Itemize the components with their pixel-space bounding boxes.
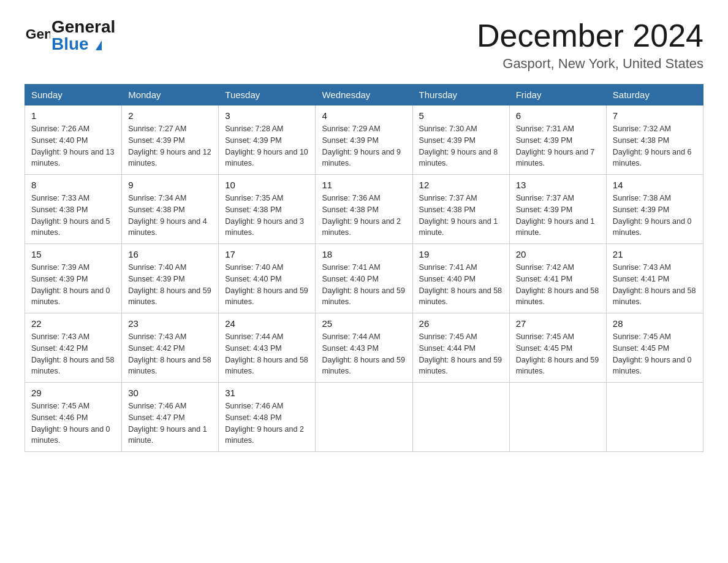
day-number: 18: [322, 249, 406, 259]
day-info: Sunrise: 7:46 AMSunset: 4:48 PMDaylight:…: [225, 402, 304, 445]
calendar-cell: 14 Sunrise: 7:38 AMSunset: 4:39 PMDaylig…: [606, 175, 703, 244]
day-number: 31: [225, 388, 309, 398]
calendar-cell: 13 Sunrise: 7:37 AMSunset: 4:39 PMDaylig…: [509, 175, 606, 244]
day-number: 28: [613, 318, 697, 329]
day-number: 12: [419, 180, 503, 190]
calendar-cell: 25 Sunrise: 7:44 AMSunset: 4:43 PMDaylig…: [316, 313, 412, 383]
day-info: Sunrise: 7:44 AMSunset: 4:43 PMDaylight:…: [322, 332, 405, 375]
day-number: 29: [31, 388, 115, 398]
calendar-cell: 30 Sunrise: 7:46 AMSunset: 4:47 PMDaylig…: [122, 383, 219, 452]
calendar-cell: 5 Sunrise: 7:30 AMSunset: 4:39 PMDayligh…: [412, 105, 509, 175]
day-info: Sunrise: 7:34 AMSunset: 4:38 PMDaylight:…: [128, 194, 207, 237]
day-number: 30: [128, 388, 212, 398]
calendar-cell: 24 Sunrise: 7:44 AMSunset: 4:43 PMDaylig…: [219, 313, 316, 383]
logo-general: General: [51, 18, 115, 36]
day-info: Sunrise: 7:42 AMSunset: 4:41 PMDaylight:…: [516, 263, 599, 306]
calendar-cell: [316, 383, 412, 452]
calendar-cell: 2 Sunrise: 7:27 AMSunset: 4:39 PMDayligh…: [122, 105, 219, 175]
calendar-cell: 4 Sunrise: 7:29 AMSunset: 4:39 PMDayligh…: [316, 105, 412, 175]
day-number: 14: [613, 180, 697, 190]
day-number: 4: [322, 110, 406, 121]
day-info: Sunrise: 7:31 AMSunset: 4:39 PMDaylight:…: [516, 124, 595, 167]
day-number: 16: [128, 249, 212, 259]
calendar-cell: 9 Sunrise: 7:34 AMSunset: 4:38 PMDayligh…: [122, 175, 219, 244]
weekday-header-friday: Friday: [509, 85, 606, 105]
day-info: Sunrise: 7:32 AMSunset: 4:38 PMDaylight:…: [613, 124, 692, 167]
day-number: 7: [613, 110, 697, 121]
calendar-cell: 22 Sunrise: 7:43 AMSunset: 4:42 PMDaylig…: [25, 313, 122, 383]
calendar-cell: 12 Sunrise: 7:37 AMSunset: 4:38 PMDaylig…: [412, 175, 509, 244]
week-row-1: 1 Sunrise: 7:26 AMSunset: 4:40 PMDayligh…: [25, 105, 703, 175]
day-number: 20: [516, 249, 600, 259]
day-info: Sunrise: 7:46 AMSunset: 4:47 PMDaylight:…: [128, 402, 207, 445]
week-row-3: 15 Sunrise: 7:39 AMSunset: 4:39 PMDaylig…: [25, 244, 703, 313]
calendar-cell: [412, 383, 509, 452]
day-info: Sunrise: 7:37 AMSunset: 4:38 PMDaylight:…: [419, 194, 498, 237]
day-number: 21: [613, 249, 697, 259]
calendar-cell: 19 Sunrise: 7:41 AMSunset: 4:40 PMDaylig…: [412, 244, 509, 313]
calendar-cell: 11 Sunrise: 7:36 AMSunset: 4:38 PMDaylig…: [316, 175, 412, 244]
day-number: 19: [419, 249, 503, 259]
calendar-cell: 28 Sunrise: 7:45 AMSunset: 4:45 PMDaylig…: [606, 313, 703, 383]
calendar-cell: 15 Sunrise: 7:39 AMSunset: 4:39 PMDaylig…: [25, 244, 122, 313]
day-info: Sunrise: 7:45 AMSunset: 4:46 PMDaylight:…: [31, 402, 110, 445]
day-info: Sunrise: 7:40 AMSunset: 4:39 PMDaylight:…: [128, 263, 211, 306]
weekday-header-sunday: Sunday: [25, 85, 122, 105]
day-info: Sunrise: 7:37 AMSunset: 4:39 PMDaylight:…: [516, 194, 595, 237]
day-info: Sunrise: 7:43 AMSunset: 4:42 PMDaylight:…: [128, 332, 211, 375]
day-info: Sunrise: 7:43 AMSunset: 4:41 PMDaylight:…: [613, 263, 696, 306]
day-number: 9: [128, 180, 212, 190]
month-title: December 2024: [477, 18, 703, 53]
day-info: Sunrise: 7:29 AMSunset: 4:39 PMDaylight:…: [322, 124, 401, 167]
day-info: Sunrise: 7:28 AMSunset: 4:39 PMDaylight:…: [225, 124, 308, 167]
calendar-cell: 6 Sunrise: 7:31 AMSunset: 4:39 PMDayligh…: [509, 105, 606, 175]
day-number: 5: [419, 110, 503, 121]
calendar-cell: 10 Sunrise: 7:35 AMSunset: 4:38 PMDaylig…: [219, 175, 316, 244]
day-number: 13: [516, 180, 600, 190]
page-header: General General Blue December 2024 Gaspo…: [25, 18, 703, 72]
calendar-cell: [509, 383, 606, 452]
calendar-cell: 29 Sunrise: 7:45 AMSunset: 4:46 PMDaylig…: [25, 383, 122, 452]
calendar-cell: 21 Sunrise: 7:43 AMSunset: 4:41 PMDaylig…: [606, 244, 703, 313]
calendar-cell: 16 Sunrise: 7:40 AMSunset: 4:39 PMDaylig…: [122, 244, 219, 313]
day-number: 10: [225, 180, 309, 190]
logo-triangle-icon: [96, 40, 102, 50]
day-info: Sunrise: 7:38 AMSunset: 4:39 PMDaylight:…: [613, 194, 692, 237]
day-info: Sunrise: 7:26 AMSunset: 4:40 PMDaylight:…: [31, 124, 115, 167]
day-number: 1: [31, 110, 115, 121]
day-info: Sunrise: 7:30 AMSunset: 4:39 PMDaylight:…: [419, 124, 498, 167]
week-row-5: 29 Sunrise: 7:45 AMSunset: 4:46 PMDaylig…: [25, 383, 703, 452]
calendar-cell: 20 Sunrise: 7:42 AMSunset: 4:41 PMDaylig…: [509, 244, 606, 313]
day-number: 2: [128, 110, 212, 121]
location-subtitle: Gasport, New York, United States: [477, 56, 703, 72]
calendar-cell: 26 Sunrise: 7:45 AMSunset: 4:44 PMDaylig…: [412, 313, 509, 383]
week-row-2: 8 Sunrise: 7:33 AMSunset: 4:38 PMDayligh…: [25, 175, 703, 244]
day-number: 8: [31, 180, 115, 190]
day-number: 17: [225, 249, 309, 259]
calendar-cell: 27 Sunrise: 7:45 AMSunset: 4:45 PMDaylig…: [509, 313, 606, 383]
logo-text: General Blue: [51, 18, 115, 53]
logo-icon: General: [25, 21, 50, 50]
day-number: 3: [225, 110, 309, 121]
svg-text:General: General: [26, 26, 50, 42]
day-info: Sunrise: 7:39 AMSunset: 4:39 PMDaylight:…: [31, 263, 110, 306]
day-info: Sunrise: 7:35 AMSunset: 4:38 PMDaylight:…: [225, 194, 304, 237]
calendar-cell: 31 Sunrise: 7:46 AMSunset: 4:48 PMDaylig…: [219, 383, 316, 452]
calendar-cell: 1 Sunrise: 7:26 AMSunset: 4:40 PMDayligh…: [25, 105, 122, 175]
day-info: Sunrise: 7:43 AMSunset: 4:42 PMDaylight:…: [31, 332, 115, 375]
day-info: Sunrise: 7:45 AMSunset: 4:45 PMDaylight:…: [613, 332, 692, 375]
calendar-cell: 8 Sunrise: 7:33 AMSunset: 4:38 PMDayligh…: [25, 175, 122, 244]
calendar-cell: 23 Sunrise: 7:43 AMSunset: 4:42 PMDaylig…: [122, 313, 219, 383]
day-number: 27: [516, 318, 600, 329]
day-number: 11: [322, 180, 406, 190]
title-area: December 2024 Gasport, New York, United …: [477, 18, 703, 72]
day-info: Sunrise: 7:44 AMSunset: 4:43 PMDaylight:…: [225, 332, 308, 375]
day-number: 15: [31, 249, 115, 259]
day-number: 22: [31, 318, 115, 329]
weekday-header-monday: Monday: [122, 85, 219, 105]
logo-blue: Blue: [51, 36, 115, 53]
calendar-cell: [606, 383, 703, 452]
calendar-cell: 17 Sunrise: 7:40 AMSunset: 4:40 PMDaylig…: [219, 244, 316, 313]
day-info: Sunrise: 7:45 AMSunset: 4:45 PMDaylight:…: [516, 332, 599, 375]
week-row-4: 22 Sunrise: 7:43 AMSunset: 4:42 PMDaylig…: [25, 313, 703, 383]
